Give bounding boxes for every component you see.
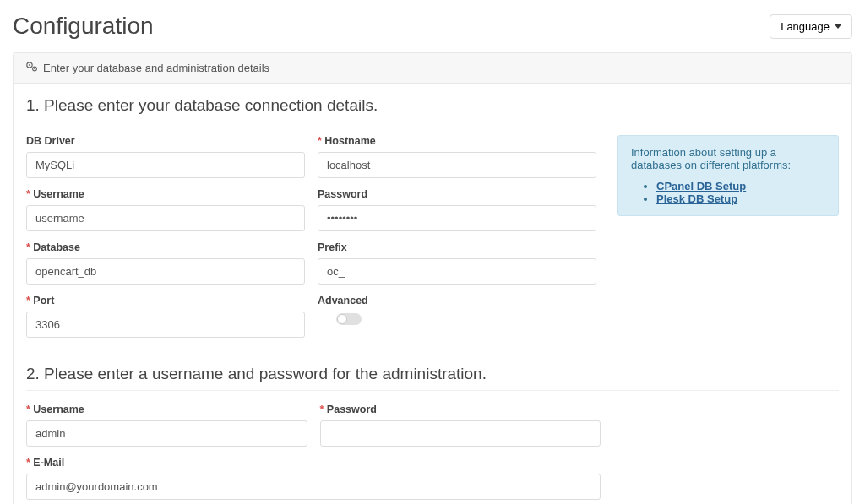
- db-legend: 1. Please enter your database connection…: [26, 96, 839, 122]
- db-port-input[interactable]: [26, 312, 305, 338]
- db-prefix-label: Prefix: [318, 241, 596, 253]
- db-hostname-label: Hostname: [318, 135, 596, 147]
- info-text: Information about setting up a databases…: [631, 146, 791, 171]
- admin-username-input[interactable]: [26, 420, 307, 447]
- db-database-input[interactable]: [26, 258, 305, 285]
- admin-password-label: Password: [320, 404, 601, 415]
- language-button[interactable]: Language: [770, 14, 852, 39]
- info-alert: Information about setting up a databases…: [617, 135, 839, 216]
- db-password-label: Password: [318, 188, 596, 200]
- db-password-input[interactable]: [318, 205, 596, 231]
- admin-password-input[interactable]: [320, 420, 601, 447]
- db-advanced-label: Advanced: [318, 295, 596, 306]
- svg-point-1: [29, 64, 30, 66]
- page-title: Configuration: [13, 13, 154, 40]
- svg-point-3: [34, 68, 35, 70]
- db-database-label: Database: [26, 241, 305, 253]
- caret-down-icon: [835, 24, 841, 29]
- language-label: Language: [781, 20, 830, 33]
- cpanel-link[interactable]: CPanel DB Setup: [656, 180, 746, 192]
- db-fieldset: 1. Please enter your database connection…: [26, 96, 839, 348]
- db-driver-input[interactable]: [26, 152, 305, 178]
- admin-fieldset: 2. Please enter a username and password …: [26, 365, 839, 504]
- panel-heading-text: Enter your database and administration d…: [43, 62, 269, 74]
- db-username-label: Username: [26, 188, 305, 200]
- plesk-link[interactable]: Plesk DB Setup: [656, 192, 737, 205]
- admin-email-input[interactable]: [26, 474, 601, 500]
- db-username-input[interactable]: [26, 205, 305, 231]
- admin-legend: 2. Please enter a username and password …: [26, 365, 839, 391]
- db-hostname-input[interactable]: [318, 152, 596, 178]
- db-prefix-input[interactable]: [318, 258, 596, 285]
- gears-icon: [26, 62, 38, 74]
- db-driver-label: DB Driver: [26, 135, 305, 147]
- config-panel: Enter your database and administration d…: [13, 52, 852, 504]
- admin-email-label: E-Mail: [26, 457, 601, 469]
- admin-username-label: Username: [26, 404, 307, 415]
- db-port-label: Port: [26, 295, 305, 306]
- panel-heading: Enter your database and administration d…: [14, 53, 851, 84]
- advanced-toggle[interactable]: [336, 313, 362, 325]
